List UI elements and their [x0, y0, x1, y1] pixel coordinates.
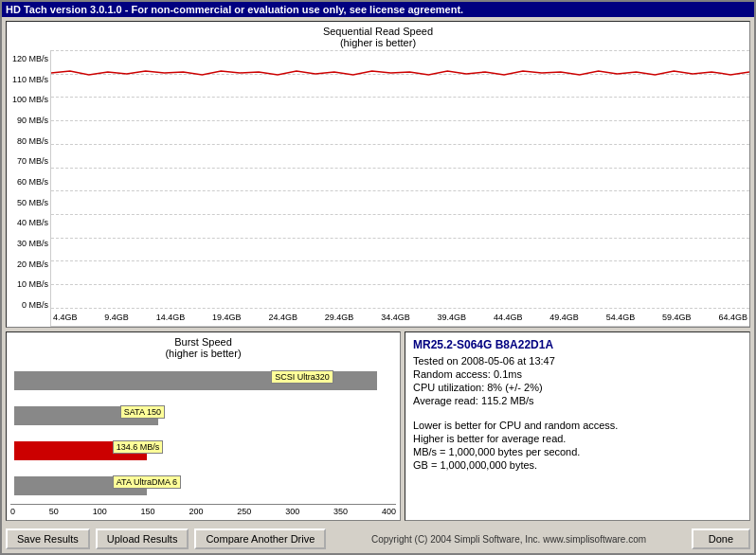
bar-label-ata: ATA UltraDMA 6 — [113, 475, 181, 489]
content-area: Sequential Read Speed (higher is better)… — [2, 17, 754, 525]
burst-x-axis: 0 50 100 150 200 250 300 350 400 — [10, 504, 396, 516]
title-text: HD Tach version 3.0.1.0 - For non-commer… — [6, 4, 463, 15]
bar-row-sata: SATA 150 — [14, 403, 392, 431]
copyright-text: Copyright (C) 2004 Simpli Software, Inc.… — [332, 534, 685, 545]
main-window: HD Tach version 3.0.1.0 - For non-commer… — [0, 0, 756, 555]
bar-row-scsi: SCSI Ultra320 — [14, 367, 392, 396]
y-axis: 120 MB/s 110 MB/s 100 MB/s 90 MB/s 80 MB… — [7, 50, 50, 327]
burst-chart: Burst Speed (higher is better) SCSI Ultr… — [6, 331, 401, 521]
bar-label-sata: SATA 150 — [120, 405, 165, 419]
save-results-button[interactable]: Save Results — [6, 528, 90, 549]
chart-plot-area: 4.4GB 9.4GB 14.4GB 19.4GB 24.4GB 29.4GB … — [50, 50, 749, 327]
bar-row-current: 134.6 MB/s — [14, 438, 392, 466]
drive-title: MR25.2-S064G B8A22D1A — [413, 338, 742, 351]
upload-results-button[interactable]: Upload Results — [96, 528, 189, 549]
seq-chart-title: Sequential Read Speed (higher is better) — [7, 22, 749, 50]
info-note4: GB = 1,000,000,000 bytes. — [413, 459, 742, 471]
info-random-access: Random access: 0.1ms — [413, 368, 742, 380]
bottom-area: Burst Speed (higher is better) SCSI Ultr… — [6, 331, 750, 521]
title-bar: HD Tach version 3.0.1.0 - For non-commer… — [2, 2, 754, 17]
burst-chart-title: Burst Speed (higher is better) — [10, 336, 396, 359]
sequential-read-chart: Sequential Read Speed (higher is better)… — [6, 21, 750, 328]
info-tested-date: Tested on 2008-05-06 at 13:47 — [413, 355, 742, 367]
bar-row-ata: ATA UltraDMA 6 — [14, 473, 392, 501]
info-note3: MB/s = 1,000,000 bytes per second. — [413, 446, 742, 457]
info-panel: MR25.2-S064G B8A22D1A Tested on 2008-05-… — [405, 331, 750, 521]
read-speed-svg — [51, 54, 749, 299]
bar-label-current: 134.6 MB/s — [113, 440, 164, 454]
info-avg-read: Average read: 115.2 MB/s — [413, 395, 742, 406]
done-button[interactable]: Done — [692, 528, 750, 549]
status-bar: Save Results Upload Results Compare Anot… — [2, 525, 754, 553]
bar-label-scsi: SCSI Ultra320 — [271, 370, 333, 384]
info-cpu-util: CPU utilization: 8% (+/- 2%) — [413, 382, 742, 393]
info-note2: Higher is better for average read. — [413, 433, 742, 444]
chart-canvas: 120 MB/s 110 MB/s 100 MB/s 90 MB/s 80 MB… — [7, 50, 749, 327]
compare-drive-button[interactable]: Compare Another Drive — [194, 528, 326, 549]
burst-plot: SCSI Ultra320 SATA 150 134.6 MB/s ATA Ul… — [10, 365, 396, 504]
x-axis-labels: 4.4GB 9.4GB 14.4GB 19.4GB 24.4GB 29.4GB … — [51, 309, 749, 326]
info-note1: Lower is better for CPU and random acces… — [413, 420, 742, 431]
